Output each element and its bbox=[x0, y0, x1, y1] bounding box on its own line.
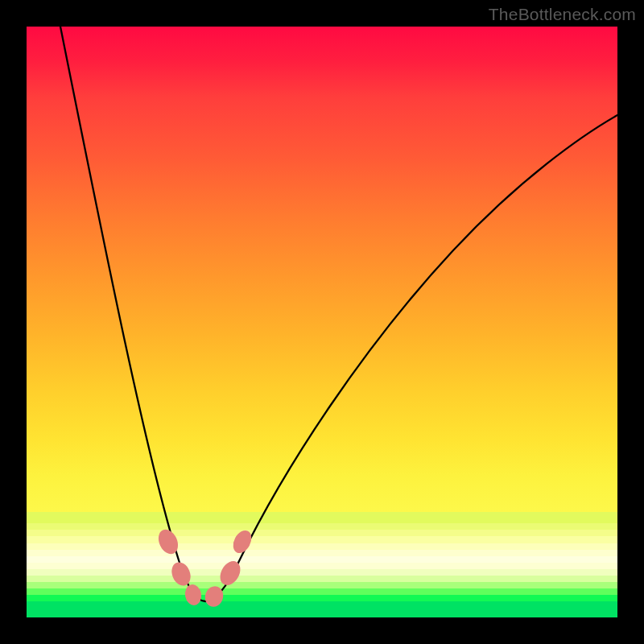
marker-right-2 bbox=[229, 527, 255, 556]
marker-left-2 bbox=[168, 559, 194, 588]
marker-bottom-1 bbox=[184, 583, 203, 606]
markers-group bbox=[155, 526, 255, 609]
chart-frame: TheBottleneck.com bbox=[0, 0, 644, 644]
marker-bottom-2 bbox=[203, 584, 226, 609]
bottleneck-curve bbox=[60, 27, 617, 601]
curve-layer bbox=[27, 27, 617, 617]
watermark-text: TheBottleneck.com bbox=[489, 5, 636, 24]
plot-area bbox=[27, 27, 617, 617]
marker-right-1 bbox=[216, 558, 244, 589]
marker-left-1 bbox=[155, 526, 181, 557]
